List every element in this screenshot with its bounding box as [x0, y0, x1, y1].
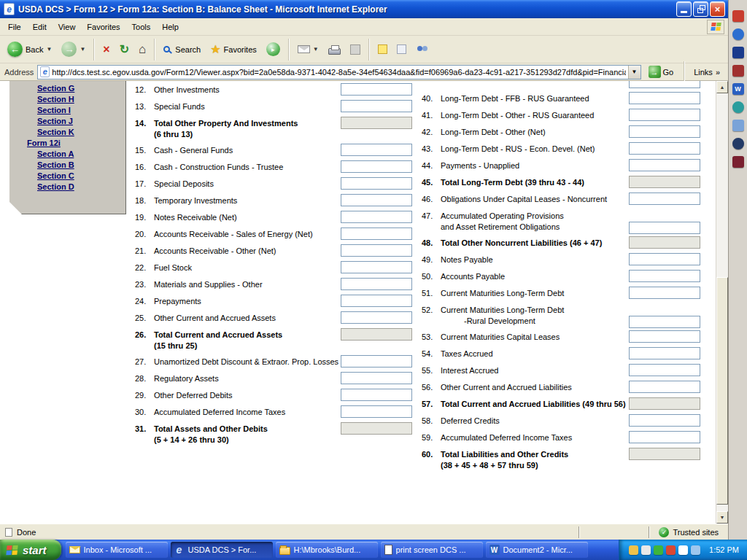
go-button[interactable]: → Go [645, 66, 678, 78]
nav-link-section-c[interactable]: Section C [9, 171, 126, 182]
address-dropdown-button[interactable]: ▼ [628, 66, 640, 79]
amount-input[interactable] [629, 316, 700, 328]
taskbar-button[interactable]: eUSDA DCS > For... [171, 542, 273, 558]
scrollbar-track[interactable] [716, 93, 728, 511]
tray-icon-1[interactable] [629, 545, 638, 555]
amount-input[interactable] [629, 431, 700, 443]
amount-input[interactable] [629, 253, 700, 265]
forward-dropdown-icon[interactable]: ▼ [80, 46, 85, 52]
taskbar-button[interactable]: H:\Mbrooks\Burd... [276, 542, 378, 558]
back-button[interactable]: ← Back ▼ [3, 37, 56, 62]
nav-link-form-12i[interactable]: Form 12i [9, 138, 126, 149]
amount-input[interactable] [341, 278, 412, 290]
amount-input[interactable] [629, 192, 700, 205]
amount-input[interactable] [629, 92, 700, 104]
stop-button[interactable]: × [98, 37, 114, 62]
print-button[interactable] [324, 37, 345, 62]
nav-link-section-d[interactable]: Section D [9, 182, 126, 192]
discuss-button[interactable] [411, 37, 433, 62]
amount-input[interactable] [629, 81, 700, 88]
mail-dropdown-icon[interactable]: ▼ [313, 46, 319, 52]
nav-link-section-g[interactable]: Section G [9, 83, 126, 94]
menu-favorites[interactable]: Favorites [81, 19, 125, 35]
amount-input[interactable] [341, 100, 412, 112]
menu-view[interactable]: View [53, 19, 82, 35]
dock-icon-8[interactable] [732, 138, 744, 149]
edit-button[interactable] [346, 37, 365, 62]
menu-file[interactable]: File [2, 19, 27, 35]
amount-input[interactable] [629, 381, 700, 393]
amount-input[interactable] [341, 311, 412, 324]
dock-icon-3[interactable] [732, 47, 744, 58]
scroll-down-button[interactable]: ▼ [716, 511, 728, 524]
nav-link-section-i[interactable]: Section I [9, 105, 126, 116]
search-button[interactable]: Search [159, 37, 205, 62]
menu-edit[interactable]: Edit [27, 19, 53, 35]
amount-input[interactable] [341, 228, 412, 240]
menu-help[interactable]: Help [156, 19, 185, 35]
mail-button[interactable]: ▼ [293, 37, 323, 62]
amount-input[interactable] [629, 330, 700, 343]
dock-icon-1[interactable] [732, 10, 744, 22]
minimize-button[interactable] [676, 1, 692, 17]
amount-input[interactable] [341, 372, 412, 384]
amount-input[interactable] [629, 270, 700, 282]
scrollbar-thumb[interactable] [716, 277, 728, 505]
refresh-button[interactable]: ↻ [115, 37, 133, 62]
tray-icon-5[interactable] [678, 545, 688, 555]
tray-icon-6[interactable] [691, 545, 700, 555]
taskbar-button[interactable]: Inbox - Microsoft ... [66, 542, 168, 558]
amount-input[interactable] [341, 355, 412, 368]
taskbar-button[interactable]: print screen DCS ... [381, 542, 483, 558]
amount-input[interactable] [341, 194, 412, 206]
notes-button[interactable] [374, 37, 392, 62]
amount-input[interactable] [341, 244, 412, 257]
favorites-button[interactable]: ★ Favorites [206, 37, 261, 62]
forward-button[interactable]: → ▼ [57, 37, 90, 62]
nav-link-section-a[interactable]: Section A [9, 149, 126, 160]
tray-icon-2[interactable] [641, 545, 651, 555]
amount-input[interactable] [629, 414, 700, 427]
amount-input[interactable] [629, 287, 700, 299]
vertical-scrollbar[interactable]: ▲ ▼ [716, 81, 728, 524]
home-button[interactable]: ⌂ [134, 37, 150, 62]
dock-icon-9[interactable] [732, 156, 744, 168]
close-button[interactable]: × [710, 1, 725, 17]
amount-input[interactable] [341, 177, 412, 190]
taskbar-button[interactable]: WDocument2 - Micr... [486, 542, 588, 558]
amount-input[interactable] [341, 83, 412, 96]
dock-icon-7[interactable] [732, 120, 744, 131]
dock-icon-4[interactable] [732, 65, 744, 77]
back-dropdown-icon[interactable]: ▼ [46, 46, 52, 52]
dock-icon-5[interactable]: W [732, 83, 744, 95]
links-button[interactable]: Links » [692, 68, 725, 77]
amount-input[interactable] [341, 295, 412, 307]
amount-input[interactable] [629, 222, 700, 234]
amount-input[interactable] [341, 261, 412, 273]
tray-icon-4[interactable] [666, 545, 676, 555]
tray-icon-3[interactable] [654, 545, 663, 555]
nav-link-section-k[interactable]: Section K [9, 127, 126, 138]
start-button[interactable]: start [0, 540, 61, 560]
amount-input[interactable] [629, 109, 700, 121]
nav-link-section-h[interactable]: Section H [9, 94, 126, 105]
dock-icon-6[interactable] [732, 101, 744, 113]
amount-input[interactable] [341, 211, 412, 223]
media-button[interactable]: ▸ [262, 37, 285, 62]
menu-tools[interactable]: Tools [126, 19, 157, 35]
address-input[interactable]: e http://dcs.test.sc.egov.usda.gov/Form1… [37, 65, 640, 79]
nav-link-section-j[interactable]: Section J [9, 116, 126, 127]
amount-input[interactable] [629, 347, 700, 359]
amount-input[interactable] [341, 389, 412, 401]
tool-box-button[interactable] [392, 37, 411, 62]
amount-input[interactable] [341, 405, 412, 418]
dock-icon-2[interactable] [732, 28, 744, 40]
scroll-up-button[interactable]: ▲ [716, 81, 728, 93]
amount-input[interactable] [629, 142, 700, 155]
amount-input[interactable] [629, 125, 700, 138]
amount-input[interactable] [341, 144, 412, 156]
amount-input[interactable] [629, 159, 700, 171]
restore-button[interactable] [693, 1, 708, 17]
amount-input[interactable] [629, 364, 700, 376]
nav-link-section-b[interactable]: Section B [9, 160, 126, 171]
